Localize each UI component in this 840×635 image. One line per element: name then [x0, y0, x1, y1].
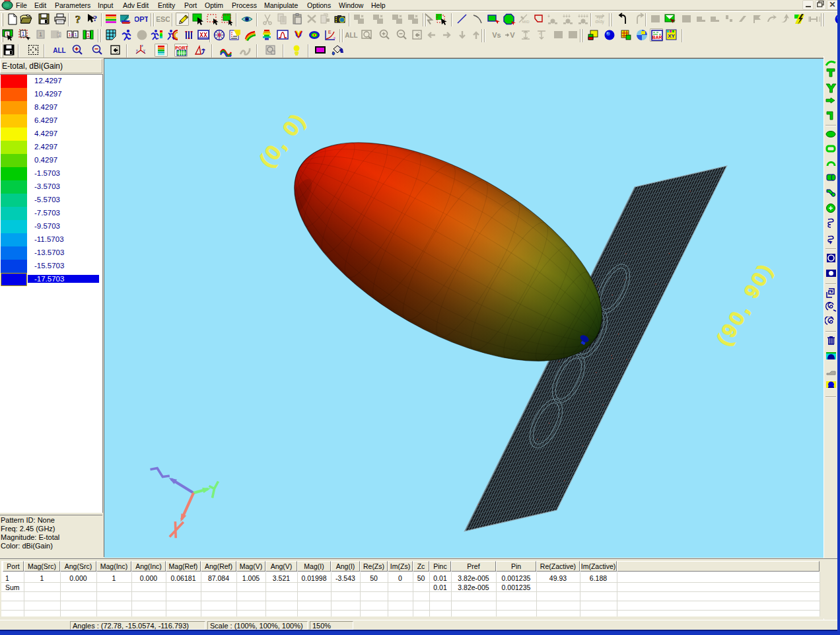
svg-text:y: y — [143, 48, 145, 52]
svg-text:?: ? — [93, 13, 98, 23]
svg-text:x: x — [136, 48, 138, 52]
svg-text:1: 1 — [74, 32, 77, 38]
svg-text:XY: XY — [668, 33, 675, 39]
svg-text:1: 1 — [58, 32, 61, 37]
svg-text:1: 1 — [87, 32, 90, 38]
svg-text:ALL: ALL — [53, 47, 65, 54]
svg-text:BAR: BAR — [652, 35, 662, 40]
svg-text:E: E — [328, 30, 332, 34]
svg-text:?: ? — [75, 13, 81, 26]
svg-text:1: 1 — [21, 30, 24, 37]
svg-text:x: x — [333, 36, 335, 40]
svg-text:PORT: PORT — [175, 46, 188, 50]
svg-text:1: 1 — [39, 31, 42, 38]
svg-text:ESC: ESC — [157, 15, 170, 23]
svg-text:V: V — [510, 31, 515, 39]
svg-text:xyz: xyz — [596, 15, 603, 20]
svg-text:z: z — [141, 44, 143, 48]
svg-text:2: 2 — [539, 30, 542, 35]
svg-text:OPT: OPT — [135, 15, 148, 23]
svg-text:dxdy: dxdy — [595, 19, 604, 24]
svg-text:ALL: ALL — [345, 32, 357, 39]
svg-text:MID: MID — [522, 20, 530, 24]
svg-text:Vs: Vs — [492, 31, 501, 39]
